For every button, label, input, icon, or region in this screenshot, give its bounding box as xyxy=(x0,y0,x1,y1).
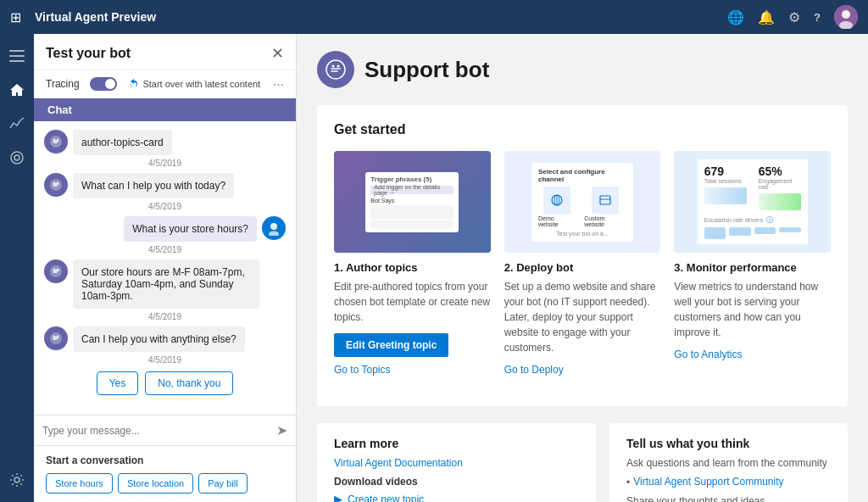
author-topics-image: Trigger phrases (5) Add trigger on the d… xyxy=(334,151,491,253)
sidebar-item-analytics[interactable] xyxy=(2,109,32,139)
deploy-bot-card: Select and configure channel Demo websit… xyxy=(504,151,661,376)
svg-point-13 xyxy=(53,182,55,184)
svg-rect-29 xyxy=(600,196,610,204)
tell-us-section: Tell us what you think Ask questions and… xyxy=(609,423,848,502)
deploy-mockup-title: Select and configure channel xyxy=(538,168,626,183)
mock-engagement-value: 65% xyxy=(759,165,801,178)
svg-point-22 xyxy=(57,336,58,337)
gear-icon[interactable]: ⚙ xyxy=(788,9,800,25)
toggle-knob xyxy=(105,79,115,89)
support-bot-title: Support bot xyxy=(364,57,489,83)
grid-icon[interactable]: ⊞ xyxy=(10,9,21,25)
topbar: ⊞ Virtual Agent Preview 🌐 🔔 ⚙ ? xyxy=(0,0,868,34)
panel-title: Test your bot xyxy=(46,46,131,61)
bot-message-3: Our store hours are M-F 08am-7pm, Saturd… xyxy=(44,259,286,309)
bell-icon[interactable]: 🔔 xyxy=(758,9,775,25)
close-icon[interactable]: ✕ xyxy=(271,44,284,63)
chat-input[interactable] xyxy=(42,425,271,437)
svg-point-24 xyxy=(332,65,335,68)
bottom-row: Learn more Virtual Agent Documentation D… xyxy=(317,423,848,502)
send-icon[interactable]: ➤ xyxy=(276,422,287,438)
no-thank-you-button[interactable]: No, thank you xyxy=(145,371,233,395)
cards-row: Trigger phrases (5) Add trigger on the d… xyxy=(334,151,831,376)
card-1-desc: Edit pre-authored topics from your chose… xyxy=(334,279,491,325)
store-hours-button[interactable]: Store hours xyxy=(46,473,113,494)
svg-point-23 xyxy=(326,60,345,79)
svg-rect-4 xyxy=(9,55,25,57)
card-2-title: 2. Deploy bot xyxy=(504,261,661,274)
bot-avatar-3 xyxy=(44,259,68,283)
demo-website-icon xyxy=(543,187,570,214)
user-message-1: What is your store hours? xyxy=(44,216,286,242)
bot-bubble-1: author-topics-card xyxy=(73,130,172,155)
start-conversation-title: Start a conversation xyxy=(46,455,284,466)
pay-bill-button[interactable]: Pay bill xyxy=(198,473,247,494)
restart-label: Start over with latest content xyxy=(142,79,260,89)
community-link[interactable]: Virtual Agent Support Community xyxy=(633,476,783,488)
timestamp-3: 4/5/2019 xyxy=(44,245,286,254)
user-text-1: What is your store hours? xyxy=(132,223,248,235)
app-title: Virtual Agent Preview xyxy=(35,10,719,24)
globe-icon[interactable]: 🌐 xyxy=(727,9,744,25)
svg-point-6 xyxy=(11,152,23,164)
ask-desc: Ask questions and learn from the communi… xyxy=(626,457,831,469)
deploy-mockup-icons: Demo website Custom website xyxy=(538,187,626,227)
engagement-chart xyxy=(759,193,801,210)
video-create-topic[interactable]: Create new topic xyxy=(348,494,424,503)
doc-link[interactable]: Virtual Agent Documentation xyxy=(334,457,579,469)
sidebar-item-home[interactable] xyxy=(2,75,32,105)
svg-point-17 xyxy=(50,265,62,277)
author-topics-mockup: Trigger phrases (5) Add trigger on the d… xyxy=(365,172,459,232)
card-2-desc: Set up a demo website and share your bot… xyxy=(504,279,661,355)
user-avatar[interactable] xyxy=(834,5,858,29)
sidebar-item-menu[interactable] xyxy=(2,41,32,71)
sessions-chart xyxy=(704,187,747,204)
card-3-desc: View metrics to understand how well your… xyxy=(674,279,831,340)
go-to-analytics-link[interactable]: Go to Analytics xyxy=(674,349,831,360)
mock-stats-row: 679 Total sessions 65% Engagement rate xyxy=(704,165,801,210)
timestamp-4: 4/5/2019 xyxy=(44,312,286,321)
author-topics-card: Trigger phrases (5) Add trigger on the d… xyxy=(334,151,491,376)
svg-point-12 xyxy=(50,179,62,191)
quick-reply-buttons: Yes No, thank you xyxy=(44,371,286,395)
edit-greeting-button[interactable]: Edit Greeting topic xyxy=(334,333,448,357)
go-to-topics-link[interactable]: Go to Topics xyxy=(334,364,491,376)
bot-message-2: What can I help you with today? xyxy=(44,173,286,198)
deploy-bot-mockup: Select and configure channel Demo websit… xyxy=(531,163,633,242)
timestamp-1: 4/5/2019 xyxy=(44,159,286,168)
svg-point-18 xyxy=(53,269,55,271)
community-bullet: • xyxy=(626,477,630,488)
monitor-perf-card: 679 Total sessions 65% Engagement rate xyxy=(674,151,831,376)
chat-tab[interactable]: Chat xyxy=(34,98,296,121)
bot-text-2: What can I help you with today? xyxy=(81,180,225,192)
go-to-deploy-link[interactable]: Go to Deploy xyxy=(504,364,661,376)
tracing-toggle[interactable] xyxy=(90,77,117,91)
user-avatar-1 xyxy=(262,216,286,240)
chat-input-area: ➤ xyxy=(34,415,296,445)
bot-avatar-4 xyxy=(44,326,68,350)
help-icon[interactable]: ? xyxy=(814,11,821,24)
store-location-button[interactable]: Store location xyxy=(118,473,193,494)
bot-text-3: Our store hours are M-F 08am-7pm, Saturd… xyxy=(81,266,245,302)
card-1-title: 1. Author topics xyxy=(334,261,491,274)
svg-point-1 xyxy=(842,10,850,19)
svg-point-16 xyxy=(269,231,279,237)
toolbar-more-icon[interactable]: ⋯ xyxy=(273,78,284,91)
tell-us-title: Tell us what you think xyxy=(626,437,831,450)
restart-icon xyxy=(129,79,139,89)
left-sidebar xyxy=(0,34,34,502)
sidebar-item-topics[interactable] xyxy=(2,142,32,173)
bot-bubble-2: What can I help you with today? xyxy=(73,173,234,198)
card-3-title: 3. Monitor performance xyxy=(674,261,831,274)
share-desc: Share your thoughts and ideas xyxy=(626,495,831,502)
yes-button[interactable]: Yes xyxy=(97,371,139,395)
mock-sessions-value: 679 xyxy=(704,165,747,178)
mock-engagement-stat: 65% Engagement rate xyxy=(759,165,801,210)
support-bot-header: Support bot xyxy=(317,51,848,88)
restart-button[interactable]: Start over with latest content xyxy=(129,79,260,89)
svg-point-25 xyxy=(337,65,340,68)
user-bubble-1: What is your store hours? xyxy=(124,216,257,242)
bot-message-4: Can I help you with anything else? xyxy=(44,326,286,352)
custom-website-icon xyxy=(592,187,619,214)
sidebar-item-settings[interactable] xyxy=(2,465,32,495)
